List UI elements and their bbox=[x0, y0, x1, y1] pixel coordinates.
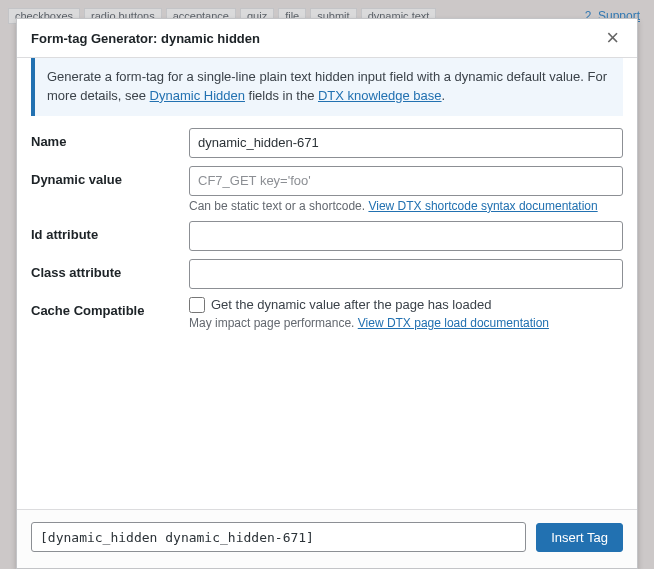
close-icon[interactable]: × bbox=[602, 27, 623, 49]
notice-text-mid: fields in the bbox=[249, 88, 318, 103]
cache-compatible-label: Cache Compatible bbox=[31, 297, 179, 318]
dynamic-value-help-text: Can be static text or a shortcode. bbox=[189, 199, 368, 213]
form-tag-generator-modal: Form-tag Generator: dynamic hidden × Gen… bbox=[16, 18, 638, 569]
dynamic-value-input[interactable] bbox=[189, 166, 623, 196]
dtx-knowledge-base-link[interactable]: DTX knowledge base bbox=[318, 88, 442, 103]
class-attribute-input[interactable] bbox=[189, 259, 623, 289]
modal-header: Form-tag Generator: dynamic hidden × bbox=[17, 19, 637, 58]
id-attribute-input[interactable] bbox=[189, 221, 623, 251]
page-load-doc-link[interactable]: View DTX page load documentation bbox=[358, 316, 549, 330]
cache-help-text: May impact page performance. bbox=[189, 316, 358, 330]
cache-compatible-checkbox-label: Get the dynamic value after the page has… bbox=[211, 297, 491, 312]
dynamic-value-label: Dynamic value bbox=[31, 166, 179, 187]
tag-output[interactable] bbox=[31, 522, 526, 552]
cache-compatible-checkbox[interactable] bbox=[189, 297, 205, 313]
notice-text-after: . bbox=[442, 88, 446, 103]
modal-title: Form-tag Generator: dynamic hidden bbox=[31, 31, 260, 46]
notice-box: Generate a form-tag for a single-line pl… bbox=[31, 58, 623, 116]
insert-tag-button[interactable]: Insert Tag bbox=[536, 523, 623, 552]
id-attribute-label: Id attribute bbox=[31, 221, 179, 242]
class-attribute-label: Class attribute bbox=[31, 259, 179, 280]
dynamic-hidden-link[interactable]: Dynamic Hidden bbox=[150, 88, 245, 103]
name-label: Name bbox=[31, 128, 179, 149]
name-input[interactable] bbox=[189, 128, 623, 158]
modal-body: Generate a form-tag for a single-line pl… bbox=[17, 58, 637, 509]
modal-footer: Insert Tag bbox=[17, 509, 637, 568]
shortcode-syntax-link[interactable]: View DTX shortcode syntax documentation bbox=[368, 199, 597, 213]
